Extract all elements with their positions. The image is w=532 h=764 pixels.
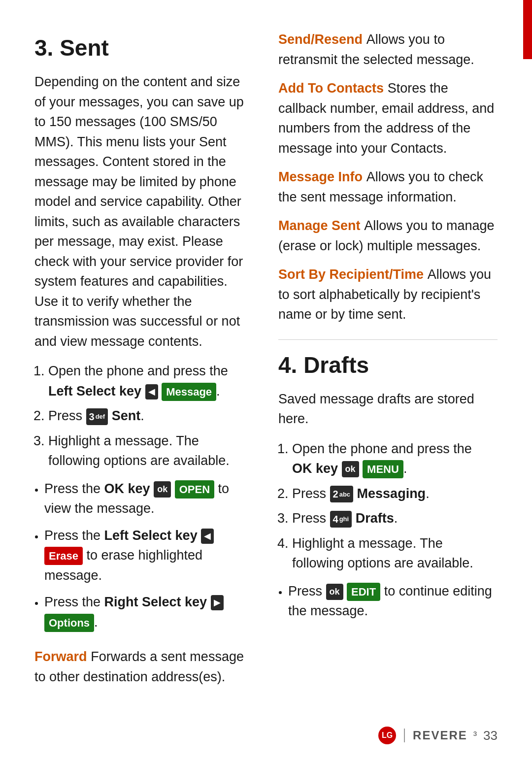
lg-logo: LG — [378, 727, 396, 744]
open-badge: OPEN — [175, 480, 214, 498]
sort-by-title: Sort By Recipient/Time — [278, 267, 424, 282]
draft-step-3-bold: Drafts — [356, 511, 394, 526]
page-content: 3. Sent Depending on the content and siz… — [0, 0, 532, 735]
key-4ghi: 4ghi — [330, 511, 352, 528]
forward-option: Forward Forwards a sent message to other… — [34, 647, 254, 687]
forward-title: Forward — [34, 649, 87, 664]
draft-step-1: Open the phone and press the OK key ok M… — [292, 439, 498, 479]
right-column: Send/Resend Allows you to retransmit the… — [278, 30, 498, 696]
step-1: Open the phone and press the Left Select… — [48, 361, 254, 401]
section-3-steps: Open the phone and press the Left Select… — [48, 361, 254, 471]
section-3-title: 3. Sent — [34, 34, 254, 61]
section-4-title: 4. Drafts — [278, 352, 498, 378]
step-3-text: Highlight a message. The following optio… — [48, 433, 230, 468]
manage-sent-title: Manage Sent — [278, 218, 361, 233]
page-number: 33 — [483, 728, 498, 743]
step-1-bold: Left Select key — [48, 384, 141, 399]
section-4-intro: Saved message drafts are stored here. — [278, 389, 498, 429]
ok-icon-2: ok — [342, 461, 359, 477]
option-send-resend: Send/Resend Allows you to retransmit the… — [278, 30, 498, 69]
option-message-info: Message Info Allows you to check the sen… — [278, 167, 498, 207]
bullet-ok-open: Press the OK key ok OPEN to view the mes… — [44, 479, 254, 519]
bullet-right-options: Press the Right Select key ▶ Options. — [44, 592, 254, 632]
step-2-bold: Sent — [112, 408, 141, 423]
option-manage-sent: Manage Sent Allows you to manage (erase … — [278, 216, 498, 256]
option-sort-by: Sort By Recipient/Time Allows you to sor… — [278, 265, 498, 325]
step-3: Highlight a message. The following optio… — [48, 431, 254, 471]
section-3-bullets: Press the OK key ok OPEN to view the mes… — [44, 479, 254, 632]
draft-step-1-bold: OK key — [292, 461, 338, 476]
draft-step-3: Press 4ghi Drafts. — [292, 508, 498, 529]
brand-name: REVERE — [413, 729, 467, 742]
draft-step-2-bold: Messaging — [357, 486, 426, 501]
left-column: 3. Sent Depending on the content and siz… — [34, 30, 254, 696]
draft-step-4: Highlight a message. The following optio… — [292, 533, 498, 573]
erase-badge: Erase — [44, 547, 83, 565]
add-contacts-title: Add To Contacts — [278, 81, 384, 96]
message-info-title: Message Info — [278, 169, 363, 184]
red-tab — [523, 0, 532, 59]
key-3def: 3def — [86, 408, 108, 425]
model-number: ³ — [473, 729, 477, 742]
ok-icon-3: ok — [326, 584, 343, 600]
left-select-icon: ◀ — [145, 384, 158, 399]
footer-divider — [404, 729, 405, 742]
edit-badge: EDIT — [347, 583, 380, 601]
key-2abc: 2abc — [330, 486, 354, 502]
footer: LG REVERE ³ 33 — [378, 727, 498, 744]
right-select-icon: ▶ — [211, 595, 224, 610]
bullet-left-erase: Press the Left Select key ◀ Erase to era… — [44, 526, 254, 586]
step-2: Press 3def Sent. — [48, 406, 254, 426]
section-divider — [278, 339, 498, 340]
left-select-icon-2: ◀ — [201, 529, 214, 544]
menu-badge: MENU — [363, 460, 403, 478]
draft-step-2: Press 2abc Messaging. — [292, 484, 498, 504]
draft-bullet-edit: Press ok EDIT to continue editing the me… — [288, 581, 498, 621]
step-1-text-before: Open the phone and press the — [48, 364, 228, 378]
send-resend-title: Send/Resend — [278, 32, 363, 47]
section-3-body: Depending on the content and size of you… — [34, 72, 254, 351]
message-badge: Message — [162, 383, 216, 401]
options-badge: Options — [44, 614, 94, 632]
option-add-contacts: Add To Contacts Stores the callback numb… — [278, 78, 498, 158]
ok-icon: ok — [154, 481, 171, 498]
section-4-steps: Open the phone and press the OK key ok M… — [292, 439, 498, 573]
section-4-bullets: Press ok EDIT to continue editing the me… — [288, 581, 498, 621]
